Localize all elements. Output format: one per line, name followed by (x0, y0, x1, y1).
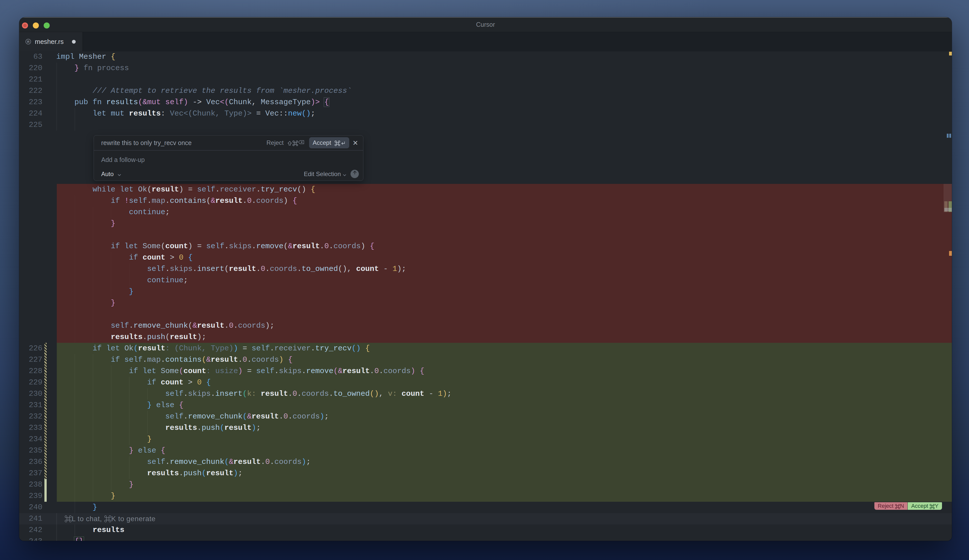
svg-text:R: R (27, 40, 30, 44)
